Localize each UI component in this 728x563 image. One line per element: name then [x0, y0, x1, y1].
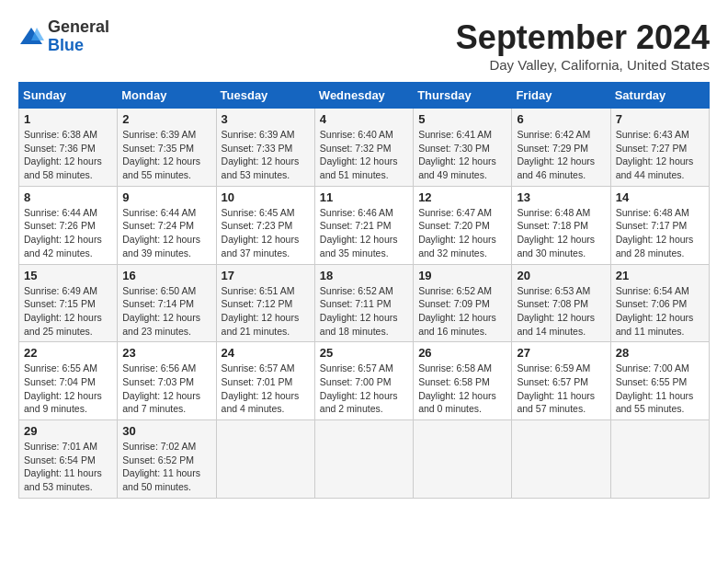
day-info: Sunrise: 6:39 AM Sunset: 7:35 PM Dayligh…	[122, 128, 210, 182]
day-info: Sunrise: 6:57 AM Sunset: 7:01 PM Dayligh…	[222, 362, 310, 416]
day-info: Sunrise: 6:43 AM Sunset: 7:27 PM Dayligh…	[616, 128, 704, 182]
day-info: Sunrise: 6:48 AM Sunset: 7:17 PM Dayligh…	[616, 206, 704, 260]
day-number: 5	[418, 112, 506, 126]
day-info: Sunrise: 6:46 AM Sunset: 7:21 PM Dayligh…	[320, 206, 408, 260]
day-info: Sunrise: 6:38 AM Sunset: 7:36 PM Dayligh…	[24, 128, 112, 182]
weekday-header-tuesday: Tuesday	[216, 83, 314, 109]
day-number: 23	[122, 346, 210, 360]
day-number: 25	[320, 346, 408, 360]
day-number: 19	[418, 269, 506, 282]
calendar-cell: 9Sunrise: 6:44 AM Sunset: 7:24 PM Daylig…	[118, 186, 216, 264]
calendar-cell: 22Sunrise: 6:55 AM Sunset: 7:04 PM Dayli…	[19, 342, 118, 420]
calendar-cell: 6Sunrise: 6:42 AM Sunset: 7:29 PM Daylig…	[512, 109, 610, 187]
day-info: Sunrise: 6:56 AM Sunset: 7:03 PM Dayligh…	[122, 362, 210, 416]
calendar-cell: 14Sunrise: 6:48 AM Sunset: 7:17 PM Dayli…	[610, 186, 709, 264]
day-number: 18	[320, 269, 408, 282]
day-info: Sunrise: 6:48 AM Sunset: 7:18 PM Dayligh…	[517, 206, 605, 260]
calendar-cell: 5Sunrise: 6:41 AM Sunset: 7:30 PM Daylig…	[414, 109, 512, 187]
day-info: Sunrise: 6:49 AM Sunset: 7:15 PM Dayligh…	[24, 284, 112, 339]
logo-text: General Blue	[48, 18, 109, 55]
calendar-cell: 23Sunrise: 6:56 AM Sunset: 7:03 PM Dayli…	[118, 342, 216, 420]
day-info: Sunrise: 6:51 AM Sunset: 7:12 PM Dayligh…	[222, 284, 310, 339]
calendar-week-row: 22Sunrise: 6:55 AM Sunset: 7:04 PM Dayli…	[19, 342, 710, 420]
calendar-cell	[512, 420, 610, 499]
calendar-cell: 20Sunrise: 6:53 AM Sunset: 7:08 PM Dayli…	[512, 264, 610, 342]
calendar-cell: 7Sunrise: 6:43 AM Sunset: 7:27 PM Daylig…	[610, 109, 709, 187]
calendar-cell: 2Sunrise: 6:39 AM Sunset: 7:35 PM Daylig…	[118, 109, 216, 187]
location-title: Day Valley, California, United States	[456, 57, 710, 73]
day-info: Sunrise: 6:54 AM Sunset: 7:06 PM Dayligh…	[616, 284, 704, 339]
day-number: 28	[616, 346, 704, 360]
calendar-cell: 12Sunrise: 6:47 AM Sunset: 7:20 PM Dayli…	[414, 186, 512, 264]
calendar-cell: 3Sunrise: 6:39 AM Sunset: 7:33 PM Daylig…	[216, 109, 314, 187]
day-number: 3	[222, 112, 310, 126]
calendar-cell: 16Sunrise: 6:50 AM Sunset: 7:14 PM Dayli…	[118, 264, 216, 342]
day-number: 8	[24, 190, 112, 204]
day-info: Sunrise: 6:57 AM Sunset: 7:00 PM Dayligh…	[320, 362, 408, 416]
day-number: 27	[517, 346, 605, 360]
day-number: 4	[320, 112, 408, 126]
title-block: September 2024 Day Valley, California, U…	[456, 18, 710, 73]
calendar-cell: 27Sunrise: 6:59 AM Sunset: 6:57 PM Dayli…	[512, 342, 610, 420]
calendar-cell: 15Sunrise: 6:49 AM Sunset: 7:15 PM Dayli…	[19, 264, 118, 342]
month-title: September 2024	[456, 18, 710, 57]
day-number: 10	[222, 190, 310, 204]
day-number: 9	[122, 190, 210, 204]
calendar-cell: 8Sunrise: 6:44 AM Sunset: 7:26 PM Daylig…	[19, 186, 118, 264]
calendar-cell: 13Sunrise: 6:48 AM Sunset: 7:18 PM Dayli…	[512, 186, 610, 264]
calendar-cell	[216, 420, 314, 499]
day-number: 21	[616, 269, 704, 282]
day-info: Sunrise: 6:44 AM Sunset: 7:24 PM Dayligh…	[122, 206, 210, 260]
day-info: Sunrise: 6:45 AM Sunset: 7:23 PM Dayligh…	[222, 206, 310, 260]
calendar-cell: 30Sunrise: 7:02 AM Sunset: 6:52 PM Dayli…	[118, 420, 216, 499]
calendar-cell: 10Sunrise: 6:45 AM Sunset: 7:23 PM Dayli…	[216, 186, 314, 264]
calendar-cell	[314, 420, 413, 499]
day-info: Sunrise: 6:47 AM Sunset: 7:20 PM Dayligh…	[418, 206, 506, 260]
day-number: 30	[122, 424, 210, 438]
calendar-cell: 26Sunrise: 6:58 AM Sunset: 6:58 PM Dayli…	[414, 342, 512, 420]
calendar-cell: 1Sunrise: 6:38 AM Sunset: 7:36 PM Daylig…	[19, 109, 118, 187]
page-header: General Blue September 2024 Day Valley, …	[18, 18, 710, 73]
day-info: Sunrise: 6:42 AM Sunset: 7:29 PM Dayligh…	[517, 128, 605, 182]
day-info: Sunrise: 7:02 AM Sunset: 6:52 PM Dayligh…	[122, 440, 210, 494]
calendar-cell: 21Sunrise: 6:54 AM Sunset: 7:06 PM Dayli…	[610, 264, 709, 342]
calendar-cell	[414, 420, 512, 499]
calendar-header-row: SundayMondayTuesdayWednesdayThursdayFrid…	[19, 83, 710, 109]
day-number: 6	[517, 112, 605, 126]
day-number: 24	[222, 346, 310, 360]
day-info: Sunrise: 6:52 AM Sunset: 7:09 PM Dayligh…	[418, 284, 506, 339]
day-info: Sunrise: 6:44 AM Sunset: 7:26 PM Dayligh…	[24, 206, 112, 260]
calendar-cell: 25Sunrise: 6:57 AM Sunset: 7:00 PM Dayli…	[314, 342, 413, 420]
day-number: 14	[616, 190, 704, 204]
logo: General Blue	[18, 18, 109, 55]
day-number: 17	[222, 269, 310, 282]
weekday-header-sunday: Sunday	[19, 83, 118, 109]
calendar-cell: 18Sunrise: 6:52 AM Sunset: 7:11 PM Dayli…	[314, 264, 413, 342]
day-number: 20	[517, 269, 605, 282]
calendar-table: SundayMondayTuesdayWednesdayThursdayFrid…	[18, 82, 710, 499]
day-info: Sunrise: 7:00 AM Sunset: 6:55 PM Dayligh…	[616, 362, 704, 416]
weekday-header-friday: Friday	[512, 83, 610, 109]
day-number: 2	[122, 112, 210, 126]
day-number: 22	[24, 346, 112, 360]
logo-icon	[18, 24, 44, 50]
day-number: 12	[418, 190, 506, 204]
calendar-week-row: 15Sunrise: 6:49 AM Sunset: 7:15 PM Dayli…	[19, 264, 710, 342]
day-number: 13	[517, 190, 605, 204]
day-number: 7	[616, 112, 704, 126]
day-info: Sunrise: 6:40 AM Sunset: 7:32 PM Dayligh…	[320, 128, 408, 182]
weekday-header-thursday: Thursday	[414, 83, 512, 109]
day-info: Sunrise: 6:52 AM Sunset: 7:11 PM Dayligh…	[320, 284, 408, 339]
calendar-cell: 4Sunrise: 6:40 AM Sunset: 7:32 PM Daylig…	[314, 109, 413, 187]
day-info: Sunrise: 6:50 AM Sunset: 7:14 PM Dayligh…	[122, 284, 210, 339]
day-number: 15	[24, 269, 112, 282]
calendar-week-row: 8Sunrise: 6:44 AM Sunset: 7:26 PM Daylig…	[19, 186, 710, 264]
day-number: 29	[24, 424, 112, 438]
day-info: Sunrise: 6:59 AM Sunset: 6:57 PM Dayligh…	[517, 362, 605, 416]
weekday-header-saturday: Saturday	[610, 83, 709, 109]
day-info: Sunrise: 7:01 AM Sunset: 6:54 PM Dayligh…	[24, 440, 112, 494]
calendar-week-row: 29Sunrise: 7:01 AM Sunset: 6:54 PM Dayli…	[19, 420, 710, 499]
calendar-cell	[610, 420, 709, 499]
day-number: 11	[320, 190, 408, 204]
calendar-cell: 24Sunrise: 6:57 AM Sunset: 7:01 PM Dayli…	[216, 342, 314, 420]
